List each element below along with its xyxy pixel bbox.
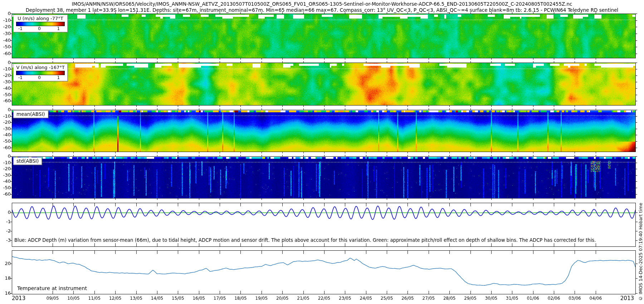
y-tick-label: 0 bbox=[0, 60, 11, 65]
x-tick-label: 23/05 bbox=[339, 296, 351, 301]
y-tick-label: -50 bbox=[0, 138, 11, 144]
std-absi-label: std(ABSI) bbox=[13, 157, 42, 165]
x-tick-label: 18/05 bbox=[234, 296, 247, 301]
x-tick-label: 24/05 bbox=[360, 296, 372, 301]
panel-std-absi-heatmap bbox=[12, 156, 636, 198]
y-tick-label: -20 bbox=[0, 166, 11, 171]
x-tick-label: 13/05 bbox=[130, 296, 142, 301]
x-tick-label: 25/05 bbox=[381, 296, 393, 301]
y-tick-label: -50 bbox=[0, 92, 11, 97]
x-tick-label: 20/05 bbox=[276, 296, 289, 301]
imos-credit-vertical: © IMOS 14-Dec-2025 07:19:40 Hobart time bbox=[638, 203, 643, 301]
x-tick-label: 14/05 bbox=[151, 296, 164, 301]
y-tick-label: 0 bbox=[0, 153, 11, 159]
y-tick-label: 0 bbox=[0, 210, 11, 215]
y-tick-label: -40 bbox=[0, 132, 11, 137]
y-tick-label: -60 bbox=[0, 145, 11, 150]
y-tick-label: -60 bbox=[0, 98, 11, 103]
v-colorbar bbox=[16, 71, 65, 75]
v-velocity-legend: V (m/s) along -167°T -1 0 1 bbox=[13, 64, 68, 81]
y-tick-label: 0 bbox=[0, 107, 11, 112]
mean-absi-label: mean(ABSI) bbox=[13, 111, 48, 118]
u-legend-title: U (m/s) along -77°T bbox=[15, 16, 65, 21]
x-tick-label: 28/05 bbox=[443, 296, 456, 301]
x-tick-label: 10/05 bbox=[67, 296, 80, 301]
y-tick-label: 18 bbox=[0, 275, 11, 281]
adcp-deployment-figure: IMOS/ANMN/NSW/ORS065/Velocity/IMOS_ANMN-… bbox=[0, 0, 644, 304]
v-colorbar-tick: 0 bbox=[38, 75, 41, 80]
x-tick-label: 11/05 bbox=[88, 296, 101, 301]
year-label-left: 2013 bbox=[12, 295, 25, 301]
y-tick-label: -10 bbox=[0, 66, 11, 72]
x-tick-label: 31/05 bbox=[506, 296, 518, 301]
x-tick-label: 29/05 bbox=[464, 296, 477, 301]
x-tick-label: 04/06 bbox=[590, 296, 602, 301]
x-tick-label: 09/05 bbox=[47, 296, 59, 301]
y-tick-label: -50 bbox=[0, 44, 11, 49]
x-tick-label: 17/05 bbox=[214, 296, 226, 301]
y-tick-label: -20 bbox=[0, 119, 11, 125]
x-tick-label: 01/06 bbox=[527, 296, 539, 301]
y-tick-label: -30 bbox=[0, 79, 11, 84]
x-tick-label: 15/05 bbox=[172, 296, 184, 301]
x-tick-label: 22/05 bbox=[318, 296, 331, 301]
x-tick-label: 02/06 bbox=[548, 296, 560, 301]
u-velocity-legend: U (m/s) along -77°T -1 0 1 bbox=[13, 15, 68, 32]
x-tick-label: 21/05 bbox=[297, 296, 309, 301]
u-colorbar-tick: 1 bbox=[57, 26, 60, 31]
y-tick-label: -20 bbox=[0, 73, 11, 78]
x-tick-label: 19/05 bbox=[255, 296, 268, 301]
panel-v-velocity-heatmap bbox=[12, 63, 636, 106]
y-tick-label: -10 bbox=[0, 18, 11, 23]
y-tick-label: -20 bbox=[0, 24, 11, 29]
x-tick-label: 12/05 bbox=[109, 296, 122, 301]
y-tick-label: -40 bbox=[0, 178, 11, 184]
u-colorbar-ticks: -1 0 1 bbox=[15, 26, 65, 31]
panel-mean-absi-heatmap bbox=[12, 110, 636, 152]
x-tick-label: 30/05 bbox=[485, 296, 498, 301]
y-tick-label: -50 bbox=[0, 185, 11, 190]
x-tick-label: 27/05 bbox=[423, 296, 435, 301]
y-tick-label: 16 bbox=[0, 290, 11, 296]
u-colorbar-tick: -1 bbox=[18, 26, 23, 31]
v-colorbar-tick: 1 bbox=[57, 75, 60, 80]
u-colorbar-tick: 0 bbox=[38, 26, 41, 31]
x-tick-label: 03/06 bbox=[569, 296, 581, 301]
y-tick-label: -60 bbox=[0, 51, 11, 56]
y-tick-label: -10 bbox=[0, 113, 11, 119]
y-tick-label: -40 bbox=[0, 38, 11, 43]
y-tick-label: -1 bbox=[0, 219, 11, 224]
y-tick-label: -3 bbox=[0, 237, 11, 243]
u-colorbar bbox=[16, 22, 65, 26]
y-tick-label: -60 bbox=[0, 191, 11, 197]
x-tick-label: 16/05 bbox=[192, 296, 205, 301]
figure-title-line1: IMOS/ANMN/NSW/ORS065/Velocity/IMOS_ANMN-… bbox=[0, 1, 644, 7]
v-colorbar-tick: -1 bbox=[18, 75, 23, 80]
panel-u-velocity-heatmap bbox=[12, 14, 636, 58]
v-legend-title: V (m/s) along -167°T bbox=[15, 65, 65, 70]
panel-temperature bbox=[12, 250, 636, 294]
y-tick-label: -30 bbox=[0, 126, 11, 131]
x-tick-label: 26/05 bbox=[401, 296, 414, 301]
y-tick-label: -40 bbox=[0, 85, 11, 91]
year-label-right: 2013 bbox=[620, 295, 634, 301]
y-tick-label: -30 bbox=[0, 31, 11, 36]
temperature-label: Temperature at instrument bbox=[17, 285, 87, 291]
depth-variation-annotation: Blue: ADCP Depth (m) variation from sens… bbox=[14, 237, 596, 243]
y-tick-label: -10 bbox=[0, 160, 11, 165]
y-tick-label: 20 bbox=[0, 261, 11, 266]
y-tick-label: -2 bbox=[0, 228, 11, 234]
y-tick-label: 0 bbox=[0, 11, 11, 16]
y-tick-label: -30 bbox=[0, 172, 11, 178]
figure-title-line2: Deployment 38, member 1 lat=33.9S lon=15… bbox=[0, 7, 644, 13]
v-colorbar-ticks: -1 0 1 bbox=[15, 75, 65, 80]
